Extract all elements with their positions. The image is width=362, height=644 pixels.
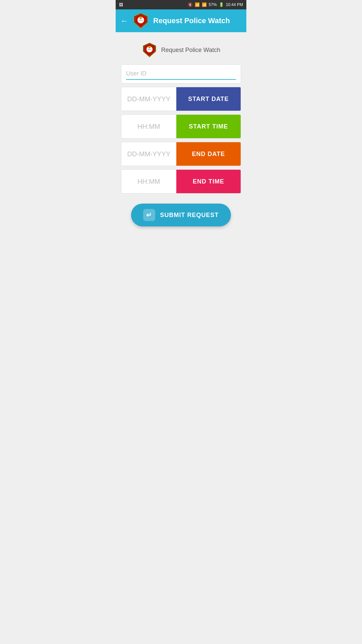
user-id-input[interactable]	[126, 68, 236, 80]
svg-text:POLICE: POLICE	[147, 49, 151, 50]
back-button[interactable]: ←	[120, 16, 128, 25]
start-date-label: DD-MM-YYYY	[121, 87, 176, 111]
svg-text:POLICE: POLICE	[139, 20, 143, 21]
submit-label: SUBMIT REQUEST	[160, 212, 219, 219]
image-icon: 🖼	[119, 2, 123, 7]
submit-icon: ↵	[143, 209, 155, 221]
end-time-button[interactable]: END TIME	[176, 170, 241, 193]
status-right: 🔇 📶 📶 57% 🔋 10:44 PM	[188, 2, 243, 7]
status-left: 🖼	[119, 2, 123, 7]
start-date-row: DD-MM-YYYY START DATE	[121, 87, 241, 111]
end-time-label: HH:MM	[121, 170, 176, 193]
end-date-row: DD-MM-YYYY END DATE	[121, 142, 241, 166]
content-area: AP POLICE Request Police Watch DD-MM-YYY…	[116, 32, 246, 236]
end-date-label: DD-MM-YYYY	[121, 142, 176, 166]
battery-text: 57%	[209, 2, 217, 7]
wifi-icon: 📶	[195, 2, 200, 7]
signal-icon: 📶	[202, 2, 207, 7]
app-bar: ← AP POLICE Request Police Watch	[116, 9, 246, 32]
mute-icon: 🔇	[188, 2, 193, 7]
app-bar-logo: AP POLICE	[132, 12, 149, 29]
end-time-row: HH:MM END TIME	[121, 169, 241, 194]
submit-request-button[interactable]: ↵ SUBMIT REQUEST	[131, 204, 231, 226]
status-bar: 🖼 🔇 📶 📶 57% 🔋 10:44 PM	[116, 0, 246, 9]
page-header-logo: AP POLICE	[142, 42, 157, 58]
start-date-button[interactable]: START DATE	[176, 87, 241, 111]
clock-time: 10:44 PM	[226, 2, 243, 7]
page-header-subtitle: Request Police Watch	[161, 47, 220, 54]
battery-icon: 🔋	[219, 2, 224, 7]
page-header: AP POLICE Request Police Watch	[142, 42, 220, 58]
end-date-button[interactable]: END DATE	[176, 142, 241, 166]
start-time-button[interactable]: START TIME	[176, 115, 241, 138]
start-time-row: HH:MM START TIME	[121, 114, 241, 139]
user-id-card	[121, 64, 241, 84]
start-time-label: HH:MM	[121, 115, 176, 138]
app-bar-title: Request Police Watch	[153, 16, 230, 25]
